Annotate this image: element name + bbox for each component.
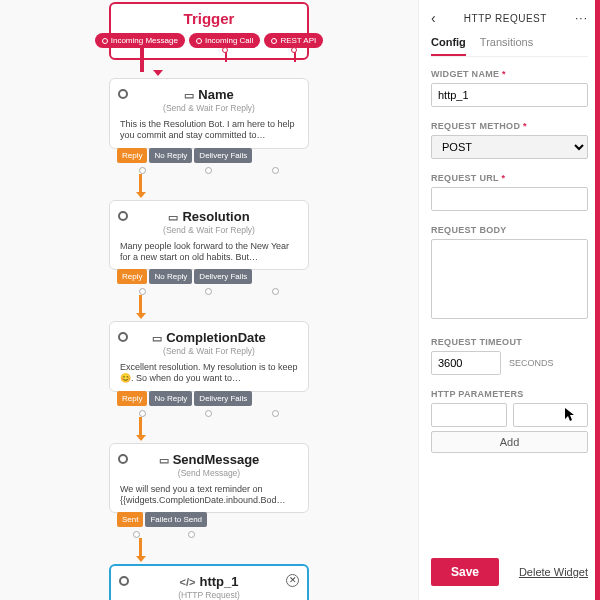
tab-config[interactable]: Config (431, 36, 466, 56)
unit-seconds: SECONDS (509, 358, 554, 368)
label-request-url: REQUEST URL (431, 173, 588, 183)
radio-icon (118, 89, 128, 99)
tag-delivery-fails[interactable]: Delivery Fails (194, 148, 252, 163)
input-widget-name[interactable] (431, 83, 588, 107)
tag-reply[interactable]: Reply (117, 269, 147, 284)
pill-incoming-call[interactable]: Incoming Call (189, 33, 260, 48)
node-body: Excellent resolution. My resolution is t… (120, 362, 298, 385)
node-body: This is the Resolution Bot. I am here to… (120, 119, 298, 142)
textarea-request-body[interactable] (431, 239, 588, 319)
node-subtitle: (Send & Wait For Reply) (120, 225, 298, 235)
trigger-title: Trigger (117, 10, 301, 27)
add-parameter-button[interactable]: Add (431, 431, 588, 453)
flow-canvas[interactable]: Trigger Incoming Message Incoming Call R… (0, 0, 418, 600)
input-request-url[interactable] (431, 187, 588, 211)
save-button[interactable]: Save (431, 558, 499, 586)
delete-widget-link[interactable]: Delete Widget (519, 566, 588, 578)
radio-icon (119, 576, 129, 586)
trigger-node[interactable]: Trigger Incoming Message Incoming Call R… (109, 2, 309, 60)
radio-icon (118, 454, 128, 464)
label-request-body: REQUEST BODY (431, 225, 588, 235)
tag-reply[interactable]: Reply (117, 148, 147, 163)
node-resolution[interactable]: ▭Resolution (Send & Wait For Reply) Many… (109, 200, 309, 271)
tag-noreply[interactable]: No Reply (149, 391, 192, 406)
radio-icon (118, 332, 128, 342)
pill-incoming-message[interactable]: Incoming Message (95, 33, 185, 48)
tag-row: Reply No Reply Delivery Fails (117, 148, 309, 163)
chat-icon: ▭ (152, 332, 162, 344)
tag-delivery-fails[interactable]: Delivery Fails (194, 391, 252, 406)
input-timeout[interactable] (431, 351, 501, 375)
close-icon[interactable]: ✕ (286, 574, 299, 587)
back-icon[interactable]: ‹ (431, 10, 436, 26)
tag-noreply[interactable]: No Reply (149, 148, 192, 163)
node-subtitle: (Send & Wait For Reply) (120, 103, 298, 113)
radio-icon (118, 211, 128, 221)
code-icon: </> (180, 576, 196, 588)
node-subtitle: (HTTP Request) (121, 590, 297, 600)
tab-transitions[interactable]: Transitions (480, 36, 533, 56)
chat-icon: ▭ (184, 89, 194, 101)
tag-failed-to-send[interactable]: Failed to Send (145, 512, 207, 527)
input-param-value[interactable] (513, 403, 589, 427)
label-request-method: REQUEST METHOD (431, 121, 588, 131)
select-request-method[interactable]: POST (431, 135, 588, 159)
label-widget-name: WIDGET NAME (431, 69, 588, 79)
panel-tabs: Config Transitions (431, 36, 588, 57)
label-http-parameters: HTTP PARAMETERS (431, 389, 588, 399)
chat-icon: ▭ (159, 454, 169, 466)
panel-title: HTTP REQUEST (464, 13, 547, 24)
node-sendmessage[interactable]: ▭SendMessage (Send Message) We will send… (109, 443, 309, 514)
node-subtitle: (Send Message) (120, 468, 298, 478)
node-name[interactable]: ▭Name (Send & Wait For Reply) This is th… (109, 78, 309, 149)
tag-reply[interactable]: Reply (117, 391, 147, 406)
node-body: We will send you a text reminder on {{wi… (120, 484, 298, 507)
config-panel: ‹ HTTP REQUEST ··· Config Transitions WI… (418, 0, 600, 600)
label-request-timeout: REQUEST TIMEOUT (431, 337, 588, 347)
node-subtitle: (Send & Wait For Reply) (120, 346, 298, 356)
tag-noreply[interactable]: No Reply (149, 269, 192, 284)
node-http-1[interactable]: ✕ </>http_1 (HTTP Request) (109, 564, 309, 600)
tag-sent[interactable]: Sent (117, 512, 143, 527)
node-body: Many people look forward to the New Year… (120, 241, 298, 264)
input-param-key[interactable] (431, 403, 507, 427)
more-icon[interactable]: ··· (575, 11, 588, 25)
node-completiondate[interactable]: ▭CompletionDate (Send & Wait For Reply) … (109, 321, 309, 392)
tag-delivery-fails[interactable]: Delivery Fails (194, 269, 252, 284)
accent-bar (595, 0, 600, 600)
pill-rest-api[interactable]: REST API (264, 33, 323, 48)
chat-icon: ▭ (168, 211, 178, 223)
